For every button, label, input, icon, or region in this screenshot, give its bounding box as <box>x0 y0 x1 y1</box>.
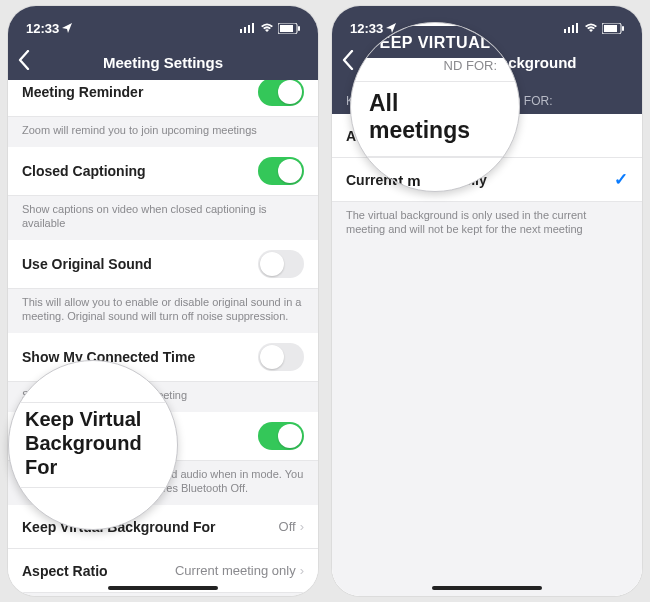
magnified-option: All meetings <box>351 82 519 152</box>
row-original-sound[interactable]: Use Original Sound <box>8 240 318 289</box>
svg-rect-12 <box>604 25 617 32</box>
toggle-closed-captioning[interactable] <box>258 157 304 185</box>
row-value: Current meeting only <box>175 563 296 578</box>
svg-rect-9 <box>572 25 574 33</box>
toggle-safe-driving[interactable] <box>258 422 304 450</box>
home-indicator[interactable] <box>432 586 542 590</box>
home-indicator[interactable] <box>108 586 218 590</box>
row-label: Meeting Reminder <box>22 84 143 100</box>
svg-rect-5 <box>280 25 293 32</box>
svg-rect-8 <box>568 27 570 33</box>
checkmark-icon: ✓ <box>614 169 628 190</box>
toggle-meeting-reminder[interactable] <box>258 80 304 106</box>
battery-icon <box>278 23 300 34</box>
wifi-icon <box>260 23 274 33</box>
signal-icon <box>240 23 256 33</box>
magnifier-left: Keep Virtual Background For <box>8 360 178 530</box>
svg-rect-2 <box>248 25 250 33</box>
svg-rect-0 <box>240 29 242 33</box>
row-meeting-reminder[interactable]: Meeting Reminder <box>8 80 318 117</box>
chevron-right-icon: › <box>300 519 304 534</box>
back-button[interactable] <box>342 50 354 70</box>
magnifier-right: EEP VIRTUAL ND FOR: All meetings rrent m <box>350 22 520 192</box>
signal-icon <box>564 23 580 33</box>
location-icon <box>62 23 72 33</box>
row-value: Off <box>279 519 296 534</box>
chevron-right-icon: › <box>300 563 304 578</box>
wifi-icon <box>584 23 598 33</box>
row-closed-captioning[interactable]: Closed Captioning <box>8 147 318 196</box>
status-bar: 12:33 <box>332 6 642 44</box>
svg-rect-7 <box>564 29 566 33</box>
svg-rect-1 <box>244 27 246 33</box>
svg-rect-6 <box>298 26 300 31</box>
status-bar: 12:33 <box>8 6 318 44</box>
hint: This will allow you to enable or disable… <box>8 289 318 333</box>
back-button[interactable] <box>18 50 30 70</box>
status-time: 12:33 <box>350 21 383 36</box>
hint: The virtual background is only used in t… <box>332 202 642 246</box>
magnified-caption: ND FOR: <box>351 58 519 77</box>
section-gap <box>8 593 318 596</box>
toggle-connected-time[interactable] <box>258 343 304 371</box>
svg-rect-10 <box>576 23 578 33</box>
status-time: 12:33 <box>26 21 59 36</box>
svg-rect-13 <box>622 26 624 31</box>
toggle-original-sound[interactable] <box>258 250 304 278</box>
nav-bar: Meeting Settings <box>8 44 318 80</box>
nav-title: Meeting Settings <box>103 54 223 71</box>
magnified-text: Keep Virtual Background For <box>9 403 177 483</box>
hint: Show captions on video when closed capti… <box>8 196 318 240</box>
svg-rect-3 <box>252 23 254 33</box>
row-label: Aspect Ratio <box>22 563 108 579</box>
row-label: Closed Captioning <box>22 163 146 179</box>
hint: Zoom will remind you to join upcoming me… <box>8 117 318 147</box>
battery-icon <box>602 23 624 34</box>
row-label: Use Original Sound <box>22 256 152 272</box>
